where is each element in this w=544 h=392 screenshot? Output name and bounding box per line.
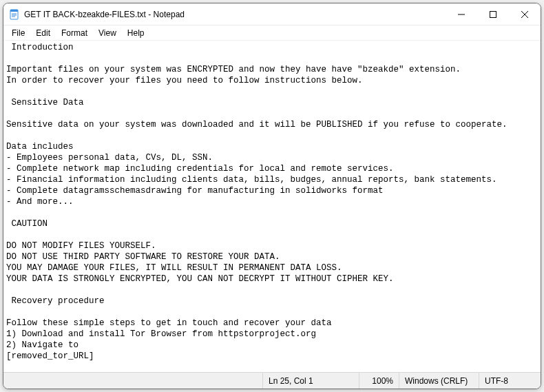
close-icon [521, 11, 528, 18]
editor-pane: Introduction Important files on your sys… [3, 41, 541, 372]
statusbar: Ln 25, Col 1 100% Windows (CRLF) UTF-8 [3, 372, 541, 389]
minimize-icon [458, 11, 465, 18]
window-controls [446, 3, 541, 25]
status-spacer [3, 373, 262, 389]
menubar: File Edit Format View Help [3, 25, 541, 41]
menu-view[interactable]: View [93, 27, 122, 39]
svg-rect-1 [10, 10, 18, 12]
status-position: Ln 25, Col 1 [262, 373, 359, 389]
svg-rect-6 [490, 11, 496, 17]
close-button[interactable] [509, 3, 541, 25]
minimize-button[interactable] [446, 3, 477, 25]
editor-text-area[interactable]: Introduction Important files on your sys… [3, 41, 541, 372]
titlebar: GET IT BACK-bzeakde-FILES.txt - Notepad [3, 3, 541, 25]
notepad-window: GET IT BACK-bzeakde-FILES.txt - Notepad … [3, 3, 541, 389]
notepad-icon [9, 9, 20, 20]
status-encoding: UTF-8 [479, 373, 541, 389]
status-eol: Windows (CRLF) [399, 373, 479, 389]
menu-edit[interactable]: Edit [30, 27, 56, 39]
titlebar-left: GET IT BACK-bzeakde-FILES.txt - Notepad [3, 9, 446, 20]
maximize-icon [490, 11, 496, 18]
window-title: GET IT BACK-bzeakde-FILES.txt - Notepad [24, 10, 185, 19]
menu-format[interactable]: Format [56, 27, 93, 39]
menu-help[interactable]: Help [122, 27, 150, 39]
status-zoom: 100% [359, 373, 399, 389]
maximize-button[interactable] [477, 3, 509, 25]
menu-file[interactable]: File [6, 27, 30, 39]
